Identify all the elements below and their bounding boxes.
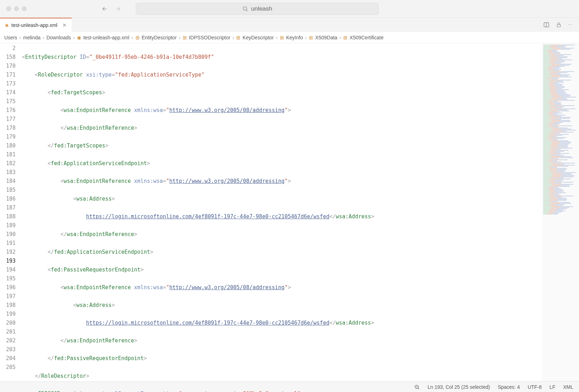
chevron-right-icon: › — [132, 35, 133, 40]
chevron-right-icon: › — [339, 35, 341, 40]
search-icon — [242, 6, 248, 12]
svg-rect-2 — [557, 24, 560, 27]
chevron-right-icon: › — [179, 35, 180, 40]
tab-title: test-unleash-app.xml — [11, 22, 57, 28]
nav-back-button[interactable] — [101, 5, 108, 12]
code-area[interactable]: <EntityDescriptor ID="_0be4911f-95eb-424… — [20, 43, 374, 381]
tab-bar-actions: ··· — [543, 22, 575, 28]
breadcrumb[interactable]: Users› melinda› Downloads› ◉test-unleash… — [0, 32, 579, 43]
symbol-icon: ⊞ — [236, 35, 240, 40]
chevron-right-icon: › — [233, 35, 234, 40]
chevron-right-icon: › — [20, 35, 21, 40]
chevron-right-icon: › — [43, 35, 44, 40]
breadcrumb-segment[interactable]: EntityDescriptor — [142, 35, 177, 40]
more-actions-icon[interactable]: ··· — [568, 22, 572, 28]
close-window-button[interactable] — [6, 6, 11, 11]
window-controls — [6, 6, 27, 11]
breadcrumb-segment[interactable]: X509Data — [315, 35, 337, 40]
symbol-icon: ⊞ — [135, 35, 140, 40]
symbol-icon: ⊞ — [183, 35, 187, 40]
command-search[interactable]: unleash — [136, 3, 379, 15]
xml-file-icon: ◉ — [5, 23, 9, 28]
tab-file[interactable]: ◉ test-unleash-app.xml ✕ — [0, 18, 72, 32]
encoding[interactable]: UTF-8 — [528, 384, 542, 390]
breadcrumb-segment[interactable]: Users — [4, 35, 17, 40]
breadcrumb-segment[interactable]: IDPSSODescriptor — [189, 35, 230, 40]
chevron-right-icon: › — [276, 35, 278, 40]
chevron-right-icon: › — [305, 35, 307, 40]
breadcrumb-segment[interactable]: Downloads — [46, 35, 71, 40]
symbol-icon: ⊞ — [309, 35, 313, 40]
svg-point-0 — [243, 7, 247, 10]
eol[interactable]: LF — [550, 384, 555, 390]
line-number-gutter: 2158170171173174175176177178179180181182… — [0, 43, 20, 381]
editor[interactable]: 2158170171173174175176177178179180181182… — [0, 43, 579, 381]
breadcrumb-segment[interactable]: KeyDescriptor — [243, 35, 274, 40]
symbol-icon: ⊞ — [280, 35, 284, 40]
indentation[interactable]: Spaces: 4 — [498, 384, 520, 390]
title-bar: unleash — [0, 0, 579, 18]
symbol-icon: ⊞ — [343, 35, 347, 40]
minimize-window-button[interactable] — [14, 6, 19, 11]
nav-buttons — [101, 5, 122, 12]
split-editor-icon[interactable] — [543, 22, 550, 28]
breadcrumb-segment[interactable]: test-unleash-app.xml — [83, 35, 129, 40]
maximize-window-button[interactable] — [22, 6, 27, 11]
zoom-out-icon[interactable] — [414, 384, 420, 390]
zoom-controls — [414, 384, 420, 390]
lock-icon[interactable] — [556, 22, 562, 28]
breadcrumb-segment[interactable]: KeyInfo — [286, 35, 303, 40]
search-text: unleash — [251, 5, 272, 12]
tab-bar: ◉ test-unleash-app.xml ✕ ··· — [0, 18, 579, 32]
nav-forward-button[interactable] — [115, 5, 122, 12]
language-mode[interactable]: XML — [563, 384, 573, 390]
chevron-right-icon: › — [73, 35, 75, 40]
breadcrumb-segment[interactable]: X509Certificate — [350, 35, 384, 40]
xml-file-icon: ◉ — [77, 35, 81, 40]
cursor-position[interactable]: Ln 193, Col 25 (25 selected) — [428, 384, 490, 390]
minimap[interactable] — [542, 43, 579, 381]
breadcrumb-segment[interactable]: melinda — [23, 35, 40, 40]
tab-close-icon[interactable]: ✕ — [62, 22, 67, 28]
